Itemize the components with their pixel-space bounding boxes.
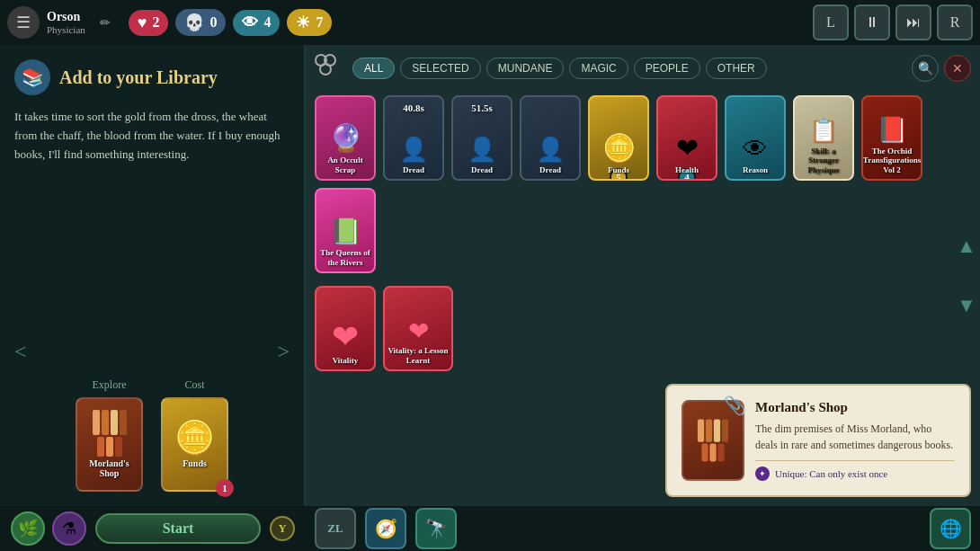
bottom-bar-right: ZL 🧭 🔭 🌐 (306, 506, 980, 551)
occult-scrap-label: An Occult Scrap (316, 156, 374, 175)
eye-icon: 👁 (242, 13, 258, 32)
funds-card-label: Funds (179, 457, 210, 470)
action-icon-1[interactable]: 🌿 (11, 511, 45, 546)
paperclip-icon: 📎 (724, 395, 746, 416)
skull-icon: 💀 (184, 13, 204, 32)
card-funds[interactable]: 🪙 Funds 5 (588, 95, 649, 181)
filter-people[interactable]: PEOPLE (634, 58, 700, 79)
nav-prev-arrow[interactable]: < (14, 340, 27, 364)
card-dread-2[interactable]: 51.5s 👤 Dread (451, 95, 512, 181)
panel-header: 📚 Add to your Library (14, 59, 290, 95)
panel-icon: 📚 (14, 59, 50, 95)
pause-icon: ⏸ (865, 14, 879, 31)
search-icon: 🔍 (918, 61, 933, 76)
main-area: ALL SELECTED MUNDANE MAGIC PEOPLE OTHER … (306, 45, 980, 506)
funds-card-badge: 1 (216, 479, 234, 497)
player-class: Physician (47, 24, 85, 35)
card-occult-scrap[interactable]: 🔮 An Occult Scrap (315, 95, 376, 181)
heart-value: 2 (152, 14, 159, 31)
filter-dots (315, 54, 343, 83)
tooltip-unique: ✦ Unique: Can only exist once (755, 460, 955, 481)
card-grid-row2: ❤ Vitality ❤ Vitality: a Lesson Learnt (315, 286, 971, 371)
panel-nav: < > (14, 340, 290, 364)
vitality-lesson-label: Vitality: a Lesson Learnt (385, 346, 451, 366)
action-zl-button[interactable]: ZL (315, 508, 356, 549)
bottom-bar-left: 🌿 ⚗ Start Y (0, 506, 306, 551)
left-panel: 📚 Add to your Library It takes time to s… (0, 45, 306, 506)
player-name: Orson (47, 10, 85, 24)
scroll-down-arrow[interactable]: ▼ (957, 294, 976, 317)
morlands-shop-card[interactable]: Morland's Shop (76, 397, 143, 492)
ctrl-r-icon: R (950, 14, 960, 31)
skip-icon: ⏭ (906, 14, 921, 31)
y-button[interactable]: Y (270, 516, 295, 541)
card-skill-physique[interactable]: 📋 Skill: a Stronger Physique (793, 95, 854, 181)
action-telescope-button[interactable]: 🔭 (415, 508, 457, 549)
stat-eye: 👁 4 (233, 10, 280, 36)
eye-value: 4 (263, 14, 271, 31)
action-compass-button[interactable]: 🧭 (365, 508, 406, 549)
vitality-lesson-icon: ❤ (408, 316, 429, 346)
dread1-label: Dread (401, 165, 426, 175)
explore-slot: Explore Morland's Shop (76, 378, 143, 492)
search-button[interactable]: 🔍 (912, 55, 939, 82)
cards-area: Explore Morland's Shop (14, 378, 290, 492)
nav-next-arrow[interactable]: > (277, 340, 290, 364)
vitality-icon: ❤ (332, 318, 359, 356)
heart-icon: ♥ (138, 13, 147, 32)
ctrl-l-button[interactable]: L (813, 4, 849, 40)
sun-value: 7 (316, 14, 323, 31)
card-vitality-lesson[interactable]: ❤ Vitality: a Lesson Learnt (383, 286, 453, 371)
right-arrows: ▲ ▼ (953, 90, 980, 461)
tooltip-content: Morland's Shop The dim premises of Miss … (755, 400, 955, 481)
flask-icon: ⚗ (62, 519, 76, 538)
funds-card[interactable]: 🪙 Funds 1 (161, 397, 228, 492)
action-globe-button[interactable]: 🌐 (930, 508, 971, 549)
cost-label: Cost (184, 378, 204, 392)
telescope-icon: 🔭 (425, 518, 448, 539)
skill-physique-label: Skill: a Stronger Physique (795, 147, 852, 175)
card-reason[interactable]: 👁 Reason (725, 95, 786, 181)
filter-all[interactable]: ALL (352, 58, 395, 79)
ctrl-l-icon: L (826, 14, 835, 31)
sun-icon: ☀ (296, 13, 310, 32)
filter-magic[interactable]: MAGIC (569, 58, 628, 79)
tooltip-title: Morland's Shop (755, 400, 955, 415)
card-dread-3[interactable]: 👤 Dread (520, 95, 581, 181)
ctrl-pause-button[interactable]: ⏸ (854, 4, 890, 40)
action-icon-2[interactable]: ⚗ (52, 511, 86, 546)
start-button[interactable]: Start (95, 513, 261, 544)
card-queens-rivers[interactable]: 📗 The Queens of the Rivers (315, 188, 376, 273)
ctrl-skip-button[interactable]: ⏭ (895, 4, 931, 40)
health-label: Health (673, 165, 700, 175)
compass-icon: 🧭 (375, 518, 397, 539)
filter-selected[interactable]: SELECTED (400, 58, 480, 79)
card-vitality[interactable]: ❤ Vitality (315, 286, 376, 371)
morlands-card-label: Morland's Shop (77, 457, 141, 480)
dread2-timer: 51.5s (471, 102, 493, 113)
card-grid-row1: 🔮 An Occult Scrap 40.8s 👤 Dread 51.5s 👤 … (315, 92, 971, 277)
menu-icon: ☰ (16, 13, 31, 32)
explore-label: Explore (93, 378, 127, 392)
ctrl-r-button[interactable]: R (937, 4, 973, 40)
skull-value: 0 (209, 14, 217, 31)
card-health[interactable]: ❤ Health 4 (656, 95, 717, 181)
close-filter-button[interactable]: ✕ (944, 55, 971, 82)
bottom-icons-left: 🌿 ⚗ (11, 511, 86, 546)
scroll-up-arrow[interactable]: ▲ (957, 235, 976, 258)
filter-other[interactable]: OTHER (706, 58, 767, 79)
reason-label: Reason (741, 165, 770, 175)
card-dread-1[interactable]: 40.8s 👤 Dread (383, 95, 444, 181)
unique-icon: ✦ (755, 467, 770, 481)
tooltip-description: The dim premises of Miss Morland, who de… (755, 421, 955, 453)
vitality-label: Vitality (331, 356, 361, 366)
tooltip-card-image: 📎 (682, 400, 744, 481)
menu-button[interactable]: ☰ (7, 6, 40, 39)
edit-icon[interactable]: ✏ (100, 15, 111, 31)
herb-icon: 🌿 (18, 519, 38, 538)
top-bar: ☰ Orson Physician ✏ ♥ 2 💀 0 👁 4 ☀ 7 L ⏸ … (0, 0, 980, 45)
stat-heart: ♥ 2 (129, 10, 169, 36)
filter-mundane[interactable]: MUNDANE (486, 58, 565, 79)
queens-label: The Queens of the Rivers (316, 248, 374, 268)
card-orchid-transfig[interactable]: 📕 The Orchid Transfigurations Vol 2 (861, 95, 922, 181)
